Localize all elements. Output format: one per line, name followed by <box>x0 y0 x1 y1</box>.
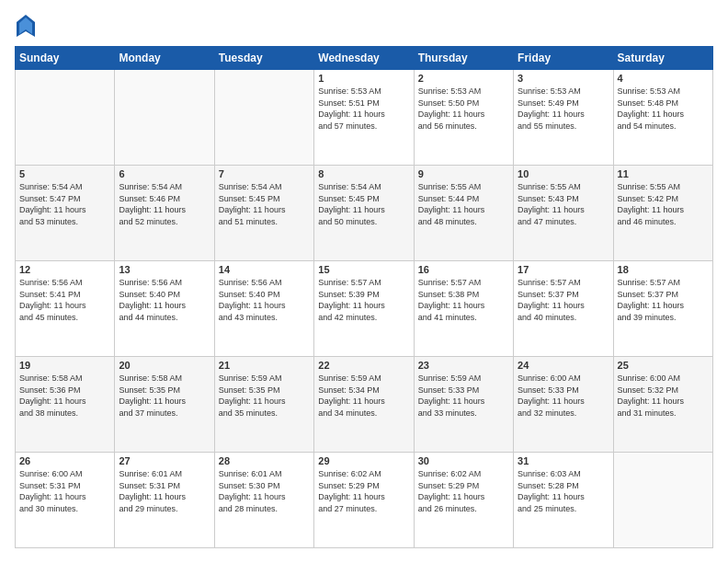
day-number: 4 <box>618 73 709 84</box>
calendar-cell: 28Sunrise: 6:01 AM Sunset: 5:30 PM Dayli… <box>214 453 313 548</box>
day-number: 17 <box>518 264 609 275</box>
day-info: Sunrise: 5:53 AM Sunset: 5:49 PM Dayligh… <box>518 86 609 132</box>
day-number: 25 <box>618 360 709 371</box>
calendar-day-header: Sunday <box>16 47 115 70</box>
day-number: 3 <box>518 73 609 84</box>
logo-icon <box>17 15 35 37</box>
calendar-cell: 5Sunrise: 5:54 AM Sunset: 5:47 PM Daylig… <box>16 166 115 261</box>
calendar-cell: 15Sunrise: 5:57 AM Sunset: 5:39 PM Dayli… <box>314 261 414 357</box>
day-info: Sunrise: 6:03 AM Sunset: 5:28 PM Dayligh… <box>518 468 609 514</box>
calendar-week-row: 1Sunrise: 5:53 AM Sunset: 5:51 PM Daylig… <box>16 70 713 166</box>
calendar-day-header: Saturday <box>613 47 712 70</box>
calendar-cell: 27Sunrise: 6:01 AM Sunset: 5:31 PM Dayli… <box>115 453 214 548</box>
day-info: Sunrise: 6:01 AM Sunset: 5:30 PM Dayligh… <box>219 468 310 514</box>
calendar-cell <box>613 453 712 548</box>
logo <box>15 15 40 37</box>
day-number: 28 <box>219 455 310 466</box>
day-number: 12 <box>19 264 110 275</box>
calendar-cell <box>16 70 115 166</box>
day-info: Sunrise: 6:00 AM Sunset: 5:31 PM Dayligh… <box>19 468 110 514</box>
day-number: 2 <box>418 73 509 84</box>
calendar-day-header: Wednesday <box>314 47 414 70</box>
calendar-cell: 8Sunrise: 5:54 AM Sunset: 5:45 PM Daylig… <box>314 166 414 261</box>
calendar-week-row: 26Sunrise: 6:00 AM Sunset: 5:31 PM Dayli… <box>16 453 713 548</box>
calendar-table: SundayMondayTuesdayWednesdayThursdayFrid… <box>15 46 713 548</box>
day-number: 27 <box>119 455 210 466</box>
calendar-cell: 12Sunrise: 5:56 AM Sunset: 5:41 PM Dayli… <box>16 261 115 357</box>
calendar-cell: 6Sunrise: 5:54 AM Sunset: 5:46 PM Daylig… <box>115 166 214 261</box>
calendar-cell: 24Sunrise: 6:00 AM Sunset: 5:33 PM Dayli… <box>514 357 613 453</box>
calendar-cell: 22Sunrise: 5:59 AM Sunset: 5:34 PM Dayli… <box>314 357 414 453</box>
day-info: Sunrise: 6:00 AM Sunset: 5:32 PM Dayligh… <box>618 373 709 419</box>
calendar-cell: 23Sunrise: 5:59 AM Sunset: 5:33 PM Dayli… <box>414 357 513 453</box>
day-number: 19 <box>19 360 110 371</box>
day-info: Sunrise: 5:54 AM Sunset: 5:47 PM Dayligh… <box>19 181 110 227</box>
calendar-cell <box>214 70 313 166</box>
calendar-cell: 9Sunrise: 5:55 AM Sunset: 5:44 PM Daylig… <box>414 166 513 261</box>
day-number: 20 <box>119 360 210 371</box>
day-number: 13 <box>119 264 210 275</box>
day-info: Sunrise: 5:55 AM Sunset: 5:42 PM Dayligh… <box>618 181 709 227</box>
calendar-cell: 16Sunrise: 5:57 AM Sunset: 5:38 PM Dayli… <box>414 261 513 357</box>
page: SundayMondayTuesdayWednesdayThursdayFrid… <box>0 0 728 563</box>
header <box>15 15 713 37</box>
calendar-cell <box>115 70 214 166</box>
day-info: Sunrise: 6:02 AM Sunset: 5:29 PM Dayligh… <box>418 468 509 514</box>
day-info: Sunrise: 5:59 AM Sunset: 5:34 PM Dayligh… <box>318 373 409 419</box>
day-number: 26 <box>19 455 110 466</box>
calendar-week-row: 19Sunrise: 5:58 AM Sunset: 5:36 PM Dayli… <box>16 357 713 453</box>
day-number: 5 <box>19 168 110 179</box>
calendar-cell: 17Sunrise: 5:57 AM Sunset: 5:37 PM Dayli… <box>514 261 613 357</box>
day-number: 16 <box>418 264 509 275</box>
day-info: Sunrise: 5:55 AM Sunset: 5:43 PM Dayligh… <box>518 181 609 227</box>
calendar-week-row: 5Sunrise: 5:54 AM Sunset: 5:47 PM Daylig… <box>16 166 713 261</box>
day-number: 14 <box>219 264 310 275</box>
day-info: Sunrise: 6:02 AM Sunset: 5:29 PM Dayligh… <box>318 468 409 514</box>
calendar-cell: 10Sunrise: 5:55 AM Sunset: 5:43 PM Dayli… <box>514 166 613 261</box>
day-number: 22 <box>318 360 409 371</box>
day-info: Sunrise: 6:00 AM Sunset: 5:33 PM Dayligh… <box>518 373 609 419</box>
calendar-cell: 4Sunrise: 5:53 AM Sunset: 5:48 PM Daylig… <box>613 70 712 166</box>
day-info: Sunrise: 5:56 AM Sunset: 5:40 PM Dayligh… <box>219 277 310 323</box>
calendar-day-header: Friday <box>514 47 613 70</box>
calendar-week-row: 12Sunrise: 5:56 AM Sunset: 5:41 PM Dayli… <box>16 261 713 357</box>
day-info: Sunrise: 6:01 AM Sunset: 5:31 PM Dayligh… <box>119 468 210 514</box>
day-number: 24 <box>518 360 609 371</box>
calendar-cell: 26Sunrise: 6:00 AM Sunset: 5:31 PM Dayli… <box>16 453 115 548</box>
calendar-cell: 13Sunrise: 5:56 AM Sunset: 5:40 PM Dayli… <box>115 261 214 357</box>
calendar-cell: 31Sunrise: 6:03 AM Sunset: 5:28 PM Dayli… <box>514 453 613 548</box>
calendar-cell: 18Sunrise: 5:57 AM Sunset: 5:37 PM Dayli… <box>613 261 712 357</box>
calendar-cell: 25Sunrise: 6:00 AM Sunset: 5:32 PM Dayli… <box>613 357 712 453</box>
calendar-cell: 1Sunrise: 5:53 AM Sunset: 5:51 PM Daylig… <box>314 70 414 166</box>
calendar-day-header: Tuesday <box>214 47 313 70</box>
day-number: 30 <box>418 455 509 466</box>
day-info: Sunrise: 5:57 AM Sunset: 5:39 PM Dayligh… <box>318 277 409 323</box>
day-number: 9 <box>418 168 509 179</box>
day-info: Sunrise: 5:56 AM Sunset: 5:41 PM Dayligh… <box>19 277 110 323</box>
calendar-cell: 19Sunrise: 5:58 AM Sunset: 5:36 PM Dayli… <box>16 357 115 453</box>
day-info: Sunrise: 5:54 AM Sunset: 5:45 PM Dayligh… <box>318 181 409 227</box>
calendar-day-header: Thursday <box>414 47 513 70</box>
day-info: Sunrise: 5:58 AM Sunset: 5:36 PM Dayligh… <box>19 373 110 419</box>
day-number: 1 <box>318 73 409 84</box>
day-info: Sunrise: 5:56 AM Sunset: 5:40 PM Dayligh… <box>119 277 210 323</box>
day-info: Sunrise: 5:57 AM Sunset: 5:37 PM Dayligh… <box>518 277 609 323</box>
day-info: Sunrise: 5:57 AM Sunset: 5:37 PM Dayligh… <box>618 277 709 323</box>
day-number: 18 <box>618 264 709 275</box>
day-info: Sunrise: 5:53 AM Sunset: 5:50 PM Dayligh… <box>418 86 509 132</box>
day-info: Sunrise: 5:54 AM Sunset: 5:45 PM Dayligh… <box>219 181 310 227</box>
calendar-cell: 3Sunrise: 5:53 AM Sunset: 5:49 PM Daylig… <box>514 70 613 166</box>
day-number: 31 <box>518 455 609 466</box>
day-info: Sunrise: 5:59 AM Sunset: 5:33 PM Dayligh… <box>418 373 509 419</box>
day-info: Sunrise: 5:53 AM Sunset: 5:48 PM Dayligh… <box>618 86 709 132</box>
calendar-day-header: Monday <box>115 47 214 70</box>
day-info: Sunrise: 5:53 AM Sunset: 5:51 PM Dayligh… <box>318 86 409 132</box>
calendar-header-row: SundayMondayTuesdayWednesdayThursdayFrid… <box>16 47 713 70</box>
calendar-cell: 20Sunrise: 5:58 AM Sunset: 5:35 PM Dayli… <box>115 357 214 453</box>
calendar-cell: 21Sunrise: 5:59 AM Sunset: 5:35 PM Dayli… <box>214 357 313 453</box>
calendar-cell: 2Sunrise: 5:53 AM Sunset: 5:50 PM Daylig… <box>414 70 513 166</box>
day-info: Sunrise: 5:59 AM Sunset: 5:35 PM Dayligh… <box>219 373 310 419</box>
day-number: 23 <box>418 360 509 371</box>
day-number: 11 <box>618 168 709 179</box>
calendar-cell: 30Sunrise: 6:02 AM Sunset: 5:29 PM Dayli… <box>414 453 513 548</box>
